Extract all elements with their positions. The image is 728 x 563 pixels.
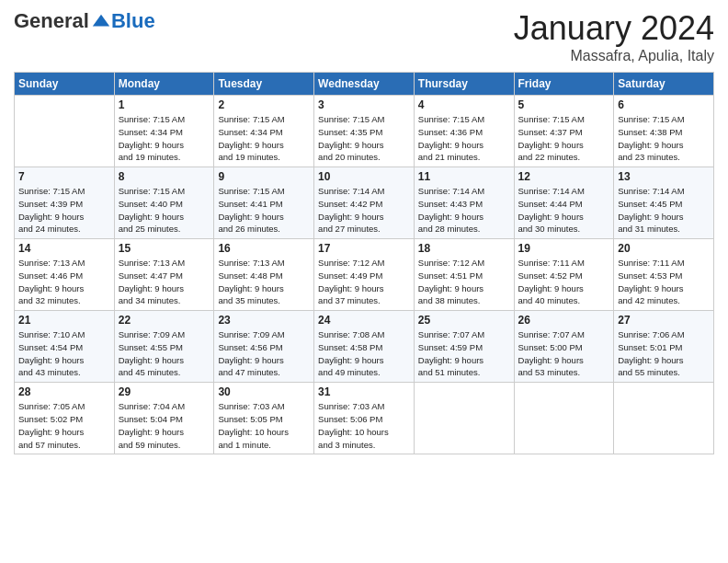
calendar-cell: 25Sunrise: 7:07 AM Sunset: 4:59 PM Dayli… bbox=[414, 311, 514, 383]
logo: General Blue bbox=[14, 9, 155, 33]
header-day-thursday: Thursday bbox=[414, 73, 514, 96]
day-info: Sunrise: 7:09 AM Sunset: 4:55 PM Dayligh… bbox=[119, 328, 210, 379]
calendar-cell: 14Sunrise: 7:13 AM Sunset: 4:46 PM Dayli… bbox=[15, 239, 115, 311]
day-number: 6 bbox=[618, 98, 710, 111]
calendar-cell: 29Sunrise: 7:04 AM Sunset: 5:04 PM Dayli… bbox=[114, 383, 214, 454]
calendar-week-row: 21Sunrise: 7:10 AM Sunset: 4:54 PM Dayli… bbox=[15, 311, 714, 383]
day-info: Sunrise: 7:03 AM Sunset: 5:06 PM Dayligh… bbox=[318, 400, 410, 451]
calendar-cell: 2Sunrise: 7:15 AM Sunset: 4:34 PM Daylig… bbox=[214, 96, 314, 167]
day-number: 21 bbox=[18, 314, 110, 327]
day-number: 20 bbox=[618, 242, 710, 255]
calendar-cell bbox=[614, 383, 714, 454]
header-day-sunday: Sunday bbox=[15, 73, 115, 96]
day-number: 29 bbox=[119, 385, 210, 398]
day-info: Sunrise: 7:12 AM Sunset: 4:49 PM Dayligh… bbox=[318, 257, 410, 307]
day-info: Sunrise: 7:14 AM Sunset: 4:44 PM Dayligh… bbox=[518, 185, 610, 236]
day-info: Sunrise: 7:15 AM Sunset: 4:34 PM Dayligh… bbox=[119, 113, 210, 164]
calendar-cell: 26Sunrise: 7:07 AM Sunset: 5:00 PM Dayli… bbox=[514, 311, 614, 383]
calendar-week-row: 1Sunrise: 7:15 AM Sunset: 4:34 PM Daylig… bbox=[15, 96, 714, 167]
calendar-cell: 28Sunrise: 7:05 AM Sunset: 5:02 PM Dayli… bbox=[15, 383, 115, 454]
day-info: Sunrise: 7:07 AM Sunset: 5:00 PM Dayligh… bbox=[518, 328, 610, 379]
day-number: 28 bbox=[18, 385, 110, 398]
day-number: 13 bbox=[618, 170, 710, 183]
day-number: 16 bbox=[218, 242, 310, 255]
day-info: Sunrise: 7:04 AM Sunset: 5:04 PM Dayligh… bbox=[119, 400, 210, 451]
header-day-tuesday: Tuesday bbox=[214, 73, 314, 96]
day-info: Sunrise: 7:14 AM Sunset: 4:42 PM Dayligh… bbox=[318, 185, 410, 236]
calendar-week-row: 7Sunrise: 7:15 AM Sunset: 4:39 PM Daylig… bbox=[15, 167, 714, 239]
calendar-cell: 5Sunrise: 7:15 AM Sunset: 4:37 PM Daylig… bbox=[514, 96, 614, 167]
calendar-cell: 23Sunrise: 7:09 AM Sunset: 4:56 PM Dayli… bbox=[214, 311, 314, 383]
header: General Blue January 2024 Massafra, Apul… bbox=[14, 9, 714, 64]
day-info: Sunrise: 7:06 AM Sunset: 5:01 PM Dayligh… bbox=[618, 328, 710, 379]
day-number: 27 bbox=[618, 314, 710, 327]
calendar-cell bbox=[414, 383, 514, 454]
day-number: 4 bbox=[418, 98, 510, 111]
day-number: 18 bbox=[418, 242, 510, 255]
day-number: 1 bbox=[119, 98, 210, 111]
day-info: Sunrise: 7:13 AM Sunset: 4:46 PM Dayligh… bbox=[18, 257, 110, 307]
calendar-cell: 19Sunrise: 7:11 AM Sunset: 4:52 PM Dayli… bbox=[514, 239, 614, 311]
calendar-cell: 17Sunrise: 7:12 AM Sunset: 4:49 PM Dayli… bbox=[314, 239, 415, 311]
day-info: Sunrise: 7:13 AM Sunset: 4:48 PM Dayligh… bbox=[218, 257, 310, 307]
calendar-cell: 9Sunrise: 7:15 AM Sunset: 4:41 PM Daylig… bbox=[214, 167, 314, 239]
calendar-week-row: 14Sunrise: 7:13 AM Sunset: 4:46 PM Dayli… bbox=[15, 239, 714, 311]
day-number: 11 bbox=[418, 170, 510, 183]
day-number: 3 bbox=[318, 98, 410, 111]
calendar-cell: 22Sunrise: 7:09 AM Sunset: 4:55 PM Dayli… bbox=[114, 311, 214, 383]
header-day-friday: Friday bbox=[514, 73, 614, 96]
day-number: 24 bbox=[318, 314, 410, 327]
calendar-cell: 18Sunrise: 7:12 AM Sunset: 4:51 PM Dayli… bbox=[414, 239, 514, 311]
location: Massafra, Apulia, Italy bbox=[514, 48, 714, 64]
day-number: 14 bbox=[18, 242, 110, 255]
logo-icon bbox=[91, 11, 111, 31]
day-info: Sunrise: 7:15 AM Sunset: 4:34 PM Dayligh… bbox=[218, 113, 310, 164]
day-number: 30 bbox=[218, 385, 310, 398]
day-number: 12 bbox=[518, 170, 610, 183]
header-day-wednesday: Wednesday bbox=[314, 73, 415, 96]
day-info: Sunrise: 7:15 AM Sunset: 4:41 PM Dayligh… bbox=[218, 185, 310, 236]
day-info: Sunrise: 7:15 AM Sunset: 4:35 PM Dayligh… bbox=[318, 113, 410, 164]
day-number: 17 bbox=[318, 242, 410, 255]
day-info: Sunrise: 7:15 AM Sunset: 4:37 PM Dayligh… bbox=[518, 113, 610, 164]
calendar-cell: 30Sunrise: 7:03 AM Sunset: 5:05 PM Dayli… bbox=[214, 383, 314, 454]
calendar-cell: 24Sunrise: 7:08 AM Sunset: 4:58 PM Dayli… bbox=[314, 311, 415, 383]
logo-general-text: General bbox=[14, 9, 89, 33]
header-day-saturday: Saturday bbox=[614, 73, 714, 96]
day-info: Sunrise: 7:10 AM Sunset: 4:54 PM Dayligh… bbox=[18, 328, 110, 379]
day-info: Sunrise: 7:05 AM Sunset: 5:02 PM Dayligh… bbox=[18, 400, 110, 451]
day-info: Sunrise: 7:08 AM Sunset: 4:58 PM Dayligh… bbox=[318, 328, 410, 379]
day-info: Sunrise: 7:11 AM Sunset: 4:53 PM Dayligh… bbox=[618, 257, 710, 307]
day-number: 7 bbox=[18, 170, 110, 183]
calendar-cell: 1Sunrise: 7:15 AM Sunset: 4:34 PM Daylig… bbox=[114, 96, 214, 167]
header-day-monday: Monday bbox=[114, 73, 214, 96]
calendar-cell: 6Sunrise: 7:15 AM Sunset: 4:38 PM Daylig… bbox=[614, 96, 714, 167]
day-number: 9 bbox=[218, 170, 310, 183]
day-info: Sunrise: 7:14 AM Sunset: 4:45 PM Dayligh… bbox=[618, 185, 710, 236]
calendar-cell: 15Sunrise: 7:13 AM Sunset: 4:47 PM Dayli… bbox=[114, 239, 214, 311]
day-number: 2 bbox=[218, 98, 310, 111]
day-info: Sunrise: 7:12 AM Sunset: 4:51 PM Dayligh… bbox=[418, 257, 510, 307]
calendar-cell: 31Sunrise: 7:03 AM Sunset: 5:06 PM Dayli… bbox=[314, 383, 415, 454]
day-info: Sunrise: 7:15 AM Sunset: 4:39 PM Dayligh… bbox=[18, 185, 110, 236]
main-container: General Blue January 2024 Massafra, Apul… bbox=[0, 0, 728, 464]
calendar-cell: 10Sunrise: 7:14 AM Sunset: 4:42 PM Dayli… bbox=[314, 167, 415, 239]
day-info: Sunrise: 7:15 AM Sunset: 4:38 PM Dayligh… bbox=[618, 113, 710, 164]
day-number: 5 bbox=[518, 98, 610, 111]
title-block: January 2024 Massafra, Apulia, Italy bbox=[514, 9, 714, 64]
calendar-cell: 20Sunrise: 7:11 AM Sunset: 4:53 PM Dayli… bbox=[614, 239, 714, 311]
day-number: 22 bbox=[119, 314, 210, 327]
calendar-cell bbox=[15, 96, 115, 167]
calendar-cell bbox=[514, 383, 614, 454]
day-number: 10 bbox=[318, 170, 410, 183]
day-number: 19 bbox=[518, 242, 610, 255]
day-number: 31 bbox=[318, 385, 410, 398]
calendar-cell: 16Sunrise: 7:13 AM Sunset: 4:48 PM Dayli… bbox=[214, 239, 314, 311]
calendar-cell: 3Sunrise: 7:15 AM Sunset: 4:35 PM Daylig… bbox=[314, 96, 415, 167]
calendar-cell: 21Sunrise: 7:10 AM Sunset: 4:54 PM Dayli… bbox=[15, 311, 115, 383]
day-info: Sunrise: 7:15 AM Sunset: 4:36 PM Dayligh… bbox=[418, 113, 510, 164]
day-number: 23 bbox=[218, 314, 310, 327]
calendar-table: SundayMondayTuesdayWednesdayThursdayFrid… bbox=[14, 72, 714, 454]
day-info: Sunrise: 7:11 AM Sunset: 4:52 PM Dayligh… bbox=[518, 257, 610, 307]
day-info: Sunrise: 7:03 AM Sunset: 5:05 PM Dayligh… bbox=[218, 400, 310, 451]
